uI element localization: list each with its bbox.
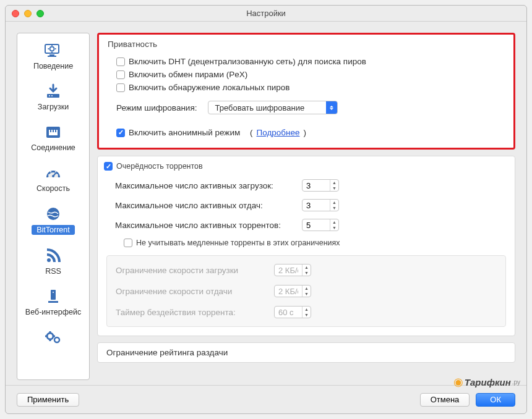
traffic-lights — [12, 10, 44, 17]
watermark-text: Тарифкин — [465, 377, 511, 387]
close-window-button[interactable] — [12, 10, 19, 17]
spinner-buttons: ▲▼ — [302, 307, 311, 318]
spinner-buttons: ▲▼ — [302, 286, 311, 297]
svg-point-9 — [49, 95, 50, 96]
encryption-row: Режим шифрования: Требовать шифрование — [116, 99, 505, 116]
svg-rect-0 — [45, 44, 59, 53]
sidebar: Поведение Загрузки Соединение Скорость — [17, 33, 90, 380]
preferences-window: Настройки Поведение Загрузки Соединение — [5, 5, 527, 414]
max-up-row: Максимальное число активных отдач: ▲▼ — [115, 197, 506, 213]
pex-label: Включить обмен пирами (PeX) — [129, 70, 247, 79]
globe-icon — [43, 205, 63, 222]
sidebar-item-rss[interactable]: RSS — [17, 243, 89, 284]
cancel-button[interactable]: Отмена — [420, 393, 470, 407]
svg-rect-2 — [48, 56, 56, 57]
monitor-gear-icon — [43, 42, 63, 59]
chevron-updown-icon — [326, 101, 337, 114]
svg-point-3 — [50, 47, 54, 51]
lpd-checkbox[interactable] — [116, 83, 125, 92]
dht-row: Включить DHT (децентрализованную сеть) д… — [116, 55, 505, 68]
svg-point-21 — [57, 174, 58, 176]
svg-rect-25 — [48, 301, 58, 303]
apply-button[interactable]: Применить — [17, 393, 79, 407]
encryption-value: Требовать шифрование — [208, 103, 326, 112]
svg-point-19 — [50, 171, 51, 172]
sidebar-item-label: Загрузки — [38, 103, 69, 111]
svg-point-28 — [54, 337, 59, 342]
ok-button[interactable]: ОК — [476, 393, 515, 407]
window-body: Поведение Загрузки Соединение Скорость — [6, 22, 526, 385]
lim-dl-input — [275, 266, 302, 275]
sidebar-item-label: BitTorrent — [32, 225, 75, 235]
rss-icon — [43, 247, 63, 265]
slow-row: Не учитывать медленные торренты в этих о… — [124, 237, 506, 249]
window-title: Настройки — [12, 9, 520, 18]
lim-dl-label: Ограничение скорости загрузки — [116, 266, 268, 275]
spinner-buttons[interactable]: ▲▼ — [330, 180, 338, 191]
max-tr-spinner[interactable]: ▲▼ — [302, 219, 339, 231]
sidebar-item-label: Скорость — [36, 184, 70, 193]
queue-group: Очерёдность торрентов Максимальное число… — [97, 156, 515, 336]
paren-open: ( — [250, 128, 253, 137]
sidebar-item-advanced[interactable] — [17, 325, 89, 357]
svg-point-27 — [47, 333, 53, 339]
sidebar-item-label: Веб-интерфейс — [25, 308, 81, 316]
idle-spinner: ▲▼ — [274, 306, 311, 318]
queue-checkbox[interactable] — [104, 162, 113, 171]
queue-title: Очерёдность торрентов — [116, 162, 203, 171]
download-icon — [43, 83, 63, 100]
max-dl-row: Максимальное число активных загрузок: ▲▼ — [115, 177, 506, 193]
max-dl-input[interactable] — [302, 181, 330, 190]
dht-checkbox[interactable] — [116, 57, 125, 66]
idle-input — [275, 308, 302, 317]
encryption-select[interactable]: Требовать шифрование — [208, 101, 338, 114]
footer: Применить Отмена ОК — [6, 385, 526, 413]
lim-up-row: Ограничение скорости отдачи ▲▼ — [116, 283, 497, 299]
spinner-buttons: ▲▼ — [302, 265, 311, 276]
spinner-buttons[interactable]: ▲▼ — [330, 219, 338, 231]
ratio-title: Ограничение рейтинга раздачи — [106, 348, 228, 357]
max-dl-spinner[interactable]: ▲▼ — [302, 179, 339, 192]
anon-more-link[interactable]: Подробнее — [257, 128, 300, 137]
pex-checkbox[interactable] — [116, 70, 125, 79]
svg-rect-1 — [49, 54, 54, 56]
max-dl-label: Максимальное число активных загрузок: — [115, 181, 296, 190]
queue-title-row: Очерёдность торрентов — [104, 160, 506, 172]
anon-checkbox[interactable] — [116, 129, 125, 137]
max-up-spinner[interactable]: ▲▼ — [302, 199, 339, 211]
sidebar-item-webui[interactable]: Веб-интерфейс — [17, 284, 89, 325]
sidebar-item-speed[interactable]: Скорость — [17, 161, 89, 201]
max-tr-label: Максимальное число активных торрентов: — [115, 221, 296, 230]
sidebar-item-connection[interactable]: Соединение — [17, 120, 89, 161]
ratio-group: Ограничение рейтинга раздачи — [97, 342, 515, 363]
sidebar-item-label: Соединение — [31, 143, 75, 152]
anon-label: Включить анонимный режим — [129, 128, 240, 137]
privacy-title: Приватность — [108, 40, 505, 49]
privacy-group: Приватность Включить DHT (децентрализова… — [97, 33, 515, 150]
slow-checkbox[interactable] — [124, 239, 132, 247]
idle-label: Таймер бездействия торрента: — [116, 308, 268, 317]
svg-rect-13 — [50, 130, 51, 132]
titlebar: Настройки — [6, 6, 526, 22]
encryption-label: Режим шифрования: — [116, 103, 197, 112]
svg-point-10 — [51, 95, 53, 96]
idle-row: Таймер бездействия торрента: ▲▼ — [116, 304, 497, 320]
slow-label: Не учитывать медленные торренты в этих о… — [136, 239, 340, 247]
pex-row: Включить обмен пирами (PeX) — [116, 68, 505, 81]
zoom-window-button[interactable] — [36, 10, 44, 17]
sidebar-item-downloads[interactable]: Загрузки — [17, 79, 89, 120]
ethernet-icon — [43, 124, 63, 141]
lim-up-spinner: ▲▼ — [274, 285, 311, 297]
spinner-buttons[interactable]: ▲▼ — [330, 200, 338, 211]
lim-up-input — [275, 287, 302, 296]
lim-up-label: Ограничение скорости отдачи — [116, 287, 268, 296]
sidebar-item-behavior[interactable]: Поведение — [17, 38, 89, 79]
sidebar-item-bittorrent[interactable]: BitTorrent — [17, 201, 89, 243]
svg-point-20 — [55, 171, 56, 172]
max-up-input[interactable] — [302, 201, 330, 210]
max-tr-input[interactable] — [302, 221, 330, 230]
svg-point-23 — [47, 258, 51, 262]
gauge-icon — [43, 164, 63, 182]
lim-dl-spinner: ▲▼ — [274, 264, 311, 276]
minimize-window-button[interactable] — [24, 10, 32, 17]
